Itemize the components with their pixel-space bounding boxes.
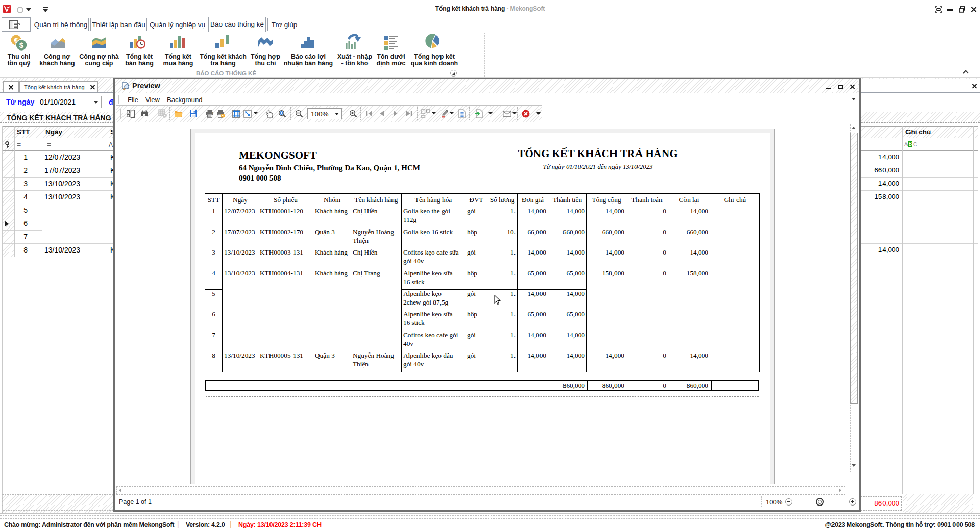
svg-text:$: $	[19, 41, 24, 49]
